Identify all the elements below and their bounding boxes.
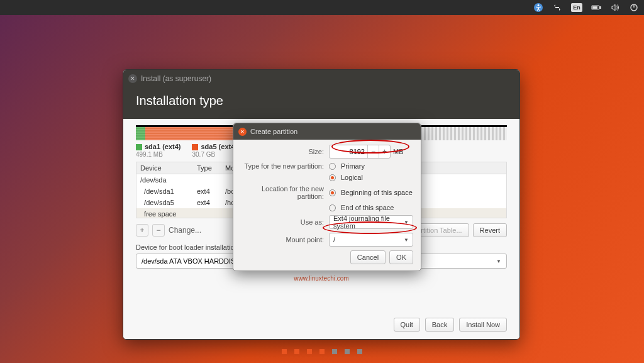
- install-now-button[interactable]: Install Now: [459, 318, 507, 332]
- disk-segment[interactable]: [413, 125, 507, 140]
- mountpoint-select[interactable]: /▼: [329, 233, 413, 247]
- size-unit: MB: [393, 148, 404, 155]
- close-icon[interactable]: ✕: [128, 74, 137, 83]
- dot: [294, 349, 299, 354]
- dot: [319, 349, 325, 354]
- cancel-button[interactable]: Cancel: [350, 250, 386, 264]
- size-input[interactable]: [330, 148, 367, 155]
- watermark-text: www.linuxtechi.com: [136, 275, 507, 282]
- primary-label: Primary: [341, 162, 365, 170]
- mountpoint-label: Mount point:: [241, 236, 329, 243]
- radio-beginning[interactable]: [329, 189, 336, 196]
- dot: [307, 349, 312, 354]
- size-increment[interactable]: +: [379, 145, 390, 158]
- radio-end[interactable]: [329, 204, 336, 211]
- radio-logical[interactable]: [329, 174, 336, 181]
- dialog-title: Create partition: [250, 128, 297, 135]
- ok-button[interactable]: OK: [389, 250, 413, 264]
- remove-partition-button[interactable]: −: [152, 224, 165, 237]
- chevron-down-icon: ▼: [404, 237, 409, 243]
- dot: [357, 349, 362, 354]
- type-label: Type for the new partition:: [241, 162, 329, 170]
- change-button[interactable]: Change...: [169, 226, 201, 235]
- language-indicator[interactable]: En: [571, 3, 582, 12]
- svg-point-1: [538, 4, 540, 6]
- location-label: Location for the new partition:: [241, 185, 329, 200]
- close-icon[interactable]: ✕: [238, 128, 247, 136]
- revert-button[interactable]: Revert: [473, 223, 507, 237]
- col-device[interactable]: Device: [136, 162, 193, 174]
- dialog-titlebar[interactable]: ✕ Create partition: [233, 123, 421, 140]
- radio-primary[interactable]: [329, 163, 336, 170]
- useas-select[interactable]: Ext4 journaling file system▼: [329, 215, 413, 229]
- end-label: End of this space: [341, 204, 394, 211]
- svg-rect-4: [592, 6, 597, 8]
- legend-item: sda1 (ext4)499.1 MB: [136, 143, 180, 158]
- mountpoint-value: /: [333, 236, 335, 243]
- wizard-footer: Quit Back Install Now: [394, 318, 507, 332]
- create-partition-dialog: ✕ Create partition Size: − + MB Type for…: [233, 123, 421, 271]
- beginning-label: Beginning of this space: [341, 189, 413, 196]
- volume-icon[interactable]: [610, 3, 620, 13]
- network-icon[interactable]: [552, 3, 562, 13]
- size-label: Size:: [241, 148, 329, 155]
- dot: [332, 349, 337, 354]
- back-button[interactable]: Back: [425, 318, 454, 332]
- disk-segment[interactable]: [136, 125, 145, 140]
- add-partition-button[interactable]: +: [136, 224, 148, 237]
- size-decrement[interactable]: −: [367, 145, 379, 158]
- system-menubar: En: [0, 0, 644, 15]
- dot: [345, 349, 350, 354]
- col-type[interactable]: Type: [193, 162, 221, 174]
- quit-button[interactable]: Quit: [394, 318, 420, 332]
- page-title: Installation type: [123, 87, 519, 119]
- window-titlebar[interactable]: ✕ Install (as superuser): [123, 70, 519, 87]
- svg-rect-3: [600, 6, 601, 8]
- logical-label: Logical: [341, 174, 363, 181]
- battery-icon[interactable]: [591, 3, 601, 13]
- power-icon[interactable]: [629, 3, 639, 13]
- chevron-down-icon: ▼: [404, 220, 409, 225]
- useas-value: Ext4 journaling file system: [333, 215, 404, 230]
- dot: [282, 349, 287, 354]
- legend-item: sda5 (ext4)30.7 GB: [192, 143, 236, 158]
- window-title: Install (as superuser): [141, 74, 211, 83]
- chevron-down-icon: ▼: [496, 259, 501, 264]
- useas-label: Use as:: [241, 218, 329, 226]
- size-spinner[interactable]: − +: [329, 145, 391, 159]
- progress-dots: [282, 349, 362, 363]
- accessibility-icon[interactable]: [533, 3, 543, 13]
